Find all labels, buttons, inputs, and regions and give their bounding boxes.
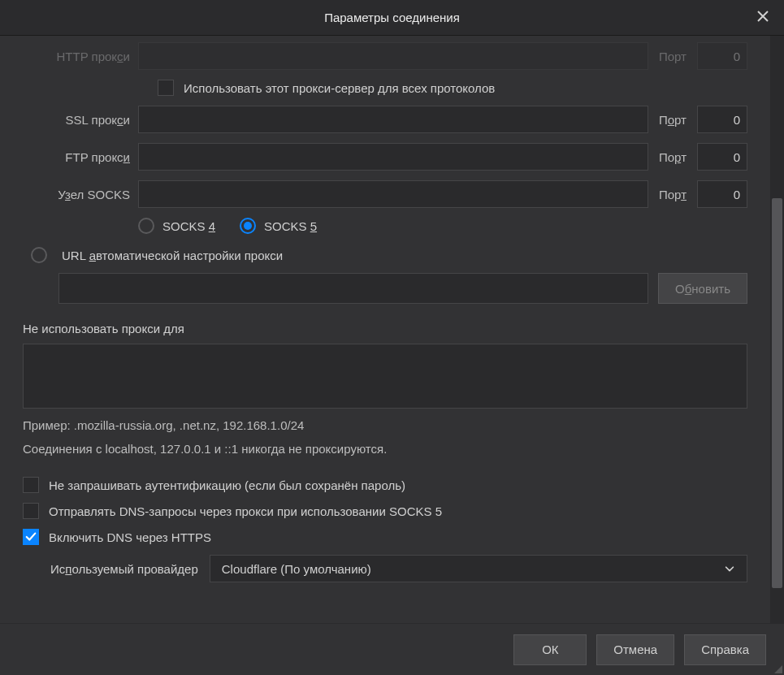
http-port-input[interactable] [697, 42, 747, 70]
check-icon [25, 531, 37, 543]
socks5-radio[interactable] [240, 218, 256, 234]
ssl-port-label: Порт [648, 113, 697, 127]
titlebar: Параметры соединения [0, 0, 784, 36]
socks4-label: SOCKS 4 [162, 219, 215, 233]
ssl-port-input[interactable] [697, 106, 747, 133]
doh-checkbox[interactable] [23, 529, 39, 545]
http-proxy-input[interactable] [138, 42, 648, 70]
no-auth-row: Не запрашивать аутентификацию (если был … [23, 477, 747, 493]
socks-proxy-row: Узел SOCKS Порт [23, 180, 747, 208]
http-port-label: Порт [648, 50, 697, 63]
share-proxy-row: Использовать этот прокси-сервер для всех… [158, 80, 747, 96]
cancel-button[interactable]: Отмена [596, 634, 674, 665]
provider-select[interactable]: Cloudflare (По умолчанию) [210, 555, 747, 582]
socks-proxy-label: Узел SOCKS [23, 188, 138, 201]
scrollbar[interactable] [770, 36, 784, 623]
socks5-label: SOCKS 5 [264, 219, 317, 233]
dialog-title: Параметры соединения [324, 11, 460, 24]
resize-grip[interactable] [771, 662, 782, 673]
autoconf-row: URL автоматической настройки прокси [23, 247, 747, 263]
close-button[interactable] [756, 10, 773, 26]
ftp-port-label: Порт [648, 150, 697, 164]
socks5-option[interactable]: SOCKS 5 [240, 218, 317, 234]
no-proxy-textarea[interactable] [23, 344, 747, 409]
autoconf-url-input[interactable] [58, 273, 648, 304]
socks-proxy-input[interactable] [138, 180, 648, 208]
socks-dns-row: Отправлять DNS-запросы через прокси при … [23, 503, 747, 519]
scrollbar-thumb[interactable] [772, 198, 782, 588]
socks4-radio[interactable] [138, 218, 154, 234]
http-proxy-label: HTTP прокси [23, 50, 138, 63]
socks-port-input[interactable] [697, 180, 747, 208]
share-proxy-label: Использовать этот прокси-сервер для всех… [184, 81, 495, 95]
ftp-proxy-label: FTP прокси [23, 150, 138, 164]
socks-dns-checkbox[interactable] [23, 503, 39, 519]
provider-value: Cloudflare (По умолчанию) [222, 562, 371, 576]
socks-version-row: SOCKS 4 SOCKS 5 [138, 218, 747, 234]
close-icon [756, 10, 769, 23]
socks4-option[interactable]: SOCKS 4 [138, 218, 215, 234]
help-button[interactable]: Справка [684, 634, 766, 665]
doh-row: Включить DNS через HTTPS [23, 529, 747, 545]
no-proxy-example: Пример: .mozilla-russia.org, .net.nz, 19… [23, 417, 747, 434]
doh-label: Включить DNS через HTTPS [49, 530, 211, 544]
ssl-proxy-row: SSL прокси Порт [23, 106, 747, 133]
ftp-proxy-input[interactable] [138, 143, 648, 171]
autoconf-label: URL автоматической настройки прокси [62, 249, 283, 262]
no-auth-checkbox[interactable] [23, 477, 39, 493]
provider-label: Используемый провайдер [50, 562, 198, 576]
dialog-footer: ОК Отмена Справка [0, 623, 784, 675]
no-proxy-label: Не использовать прокси для [23, 322, 747, 335]
no-auth-label: Не запрашивать аутентификацию (если был … [49, 478, 405, 492]
autoconf-url-row: Обновить [58, 273, 747, 304]
ok-button[interactable]: ОК [513, 634, 587, 665]
ftp-port-input[interactable] [697, 143, 747, 171]
share-proxy-checkbox[interactable] [158, 80, 174, 96]
chevron-down-icon [724, 563, 735, 574]
reload-button[interactable]: Обновить [658, 273, 747, 304]
ssl-proxy-label: SSL прокси [23, 113, 138, 127]
socks-port-label: Порт [648, 188, 697, 201]
ssl-proxy-input[interactable] [138, 106, 648, 133]
provider-row: Используемый провайдер Cloudflare (По ум… [50, 555, 747, 582]
autoconf-radio[interactable] [31, 247, 47, 263]
http-proxy-row: HTTP прокси Порт [23, 42, 747, 70]
socks-dns-label: Отправлять DNS-запросы через прокси при … [49, 504, 442, 518]
ftp-proxy-row: FTP прокси Порт [23, 143, 747, 171]
no-proxy-localhost-note: Соединения с localhost, 127.0.0.1 и ::1 … [23, 440, 747, 457]
